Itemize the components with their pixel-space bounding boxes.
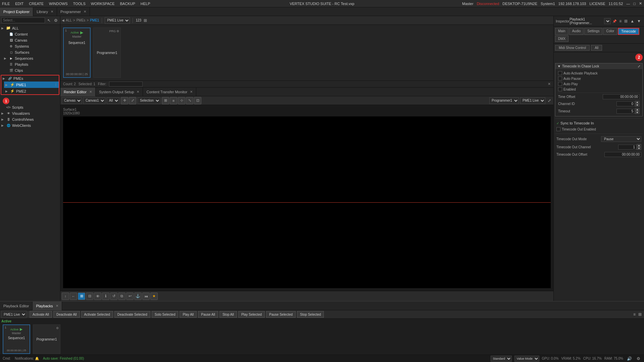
playbacks-close[interactable]: ✕ — [56, 304, 58, 308]
insp-pin-btn[interactable]: 📌 — [611, 19, 617, 23]
refresh-btn[interactable]: ↺ — [110, 293, 117, 300]
insp-title-select[interactable] — [604, 18, 611, 24]
arrow-up-btn[interactable]: ↑ — [62, 293, 69, 300]
filter-clear-btn[interactable]: ✕ — [548, 82, 551, 86]
timeout-down[interactable]: ▼ — [635, 111, 640, 114]
cb-auto-activate[interactable] — [558, 71, 562, 75]
toc-down[interactable]: ▼ — [637, 147, 641, 150]
pb-pme-select[interactable]: PME1 Live — [1, 311, 27, 318]
insp-tab-timecode[interactable]: Timecode — [618, 28, 639, 35]
btn-pause-selected[interactable]: Pause Selected — [266, 311, 296, 318]
input-channel-id[interactable] — [616, 101, 635, 106]
input-timecode-out-channel[interactable] — [618, 145, 637, 150]
pme-live-select[interactable]: PME1 Live — [105, 17, 130, 24]
menu-item-windows[interactable]: WINDOWS — [49, 2, 68, 6]
canvas-black[interactable] — [63, 116, 551, 288]
btn-pause-all[interactable]: Pause All — [198, 311, 218, 318]
tree-visualizers[interactable]: ▶ 👁 Visualizers — [0, 110, 60, 116]
tab-project-explorer[interactable]: Project Explorer — [0, 7, 33, 16]
arrow-left-btn[interactable]: ← — [70, 293, 77, 300]
tree-controlviews[interactable]: ▶ 🎛 ControlViews — [0, 116, 60, 122]
tab-playback-editor[interactable]: Playback Editor — [0, 302, 33, 310]
menu-item-workspace[interactable]: WORKSPACE — [91, 2, 115, 6]
insp-tab-color[interactable]: Color — [603, 28, 617, 35]
cb-auto-pause[interactable] — [558, 76, 562, 81]
menu-item-backup[interactable]: BACKUP — [120, 2, 135, 6]
zoom-reset-btn[interactable]: ⊡ — [194, 97, 201, 104]
menu-item-edit[interactable]: EDIT — [15, 2, 23, 6]
pme-card-programmer[interactable]: ⚙ PRG Programmer1 — [93, 28, 121, 78]
section-expand-btn[interactable]: ⤢ — [638, 64, 640, 68]
content-transfer-close[interactable]: ✕ — [190, 90, 193, 94]
maximize-btn[interactable]: □ — [633, 2, 636, 6]
tab-render-editor[interactable]: Render Editor ✕ — [60, 88, 96, 96]
btn-play-all[interactable]: Play All — [180, 311, 197, 318]
snap-btn[interactable]: ⊹ — [178, 97, 185, 104]
timeout-up[interactable]: ▲ — [635, 108, 640, 111]
star-btn[interactable]: ★ — [150, 293, 158, 300]
toc-up[interactable]: ▲ — [637, 144, 641, 147]
btn-solo-selected[interactable]: Solo Selected — [152, 311, 179, 318]
btn-deactivate-all[interactable]: Deactivate All — [53, 311, 80, 318]
tab-programmer-close[interactable]: ✕ — [84, 10, 86, 13]
selection-select[interactable]: Selection — [138, 97, 160, 104]
pb-grid-view[interactable]: ⊞ — [637, 312, 643, 317]
input-time-offset[interactable] — [603, 94, 640, 99]
tab-content-transfer[interactable]: Content Transfer Monitor ✕ — [143, 88, 196, 96]
programmer-select[interactable]: Programmer1 — [489, 97, 519, 104]
btn-activate-all[interactable]: Activate All — [30, 311, 52, 318]
cursor-btn[interactable]: ↖ — [46, 18, 52, 23]
insp-sub-tab-midi[interactable]: Midi Show Control — [555, 45, 590, 51]
grid-active-btn[interactable]: ⊞ — [78, 293, 85, 300]
pb-card-1[interactable]: 1 Active ▶ Master Sequence1 00:00:00:00 … — [3, 324, 30, 354]
insp-tab-audio[interactable]: Audio — [569, 28, 584, 35]
tab-playbacks[interactable]: Playbacks ✕ — [33, 302, 62, 310]
tab-programmer[interactable]: Programmer ✕ — [57, 7, 90, 16]
canvas1-select[interactable]: Canvas1 — [83, 97, 105, 104]
menu-item-help[interactable]: HELP — [141, 2, 150, 6]
input-timeout[interactable] — [616, 109, 635, 114]
btn-play-selected[interactable]: Play Selected — [238, 311, 265, 318]
insp-tab-dmx[interactable]: DMX — [555, 36, 568, 42]
eye-btn[interactable]: 👁 — [94, 293, 101, 300]
layers-btn[interactable]: ⧉ — [118, 293, 126, 300]
insp-tab-main[interactable]: Main — [555, 28, 568, 35]
tree-all[interactable]: ▶ 📁 ALL — [0, 25, 60, 31]
insp-list-btn[interactable]: ≡ — [618, 18, 623, 24]
tree-scripts[interactable]: </> Scripts — [0, 104, 60, 110]
pb-card-programmer[interactable]: ⚙ Programmer1 — [33, 324, 60, 354]
skip-start-btn[interactable]: ⏮ — [142, 293, 150, 300]
standard-select[interactable]: Standard — [491, 356, 512, 362]
info-btn[interactable]: ℹ — [102, 293, 109, 300]
transform-tool[interactable]: ⤢ — [129, 97, 136, 104]
tab-library[interactable]: Library ✕ — [33, 7, 57, 16]
tab-system-output[interactable]: System Output Setup ✕ — [96, 88, 143, 96]
anchor-btn[interactable]: ⚓ — [134, 293, 142, 300]
pb-list-view[interactable]: ≡ — [632, 312, 637, 317]
insp-tab-settings[interactable]: Settings — [584, 28, 602, 35]
insp-down-btn[interactable]: ▼ — [636, 18, 642, 24]
btn-stop-all[interactable]: Stop All — [219, 311, 237, 318]
select-timecode-out-mode[interactable]: Pause — [601, 136, 641, 142]
pme1-live-render-select[interactable]: PME1 Live — [520, 97, 545, 104]
grid2-btn[interactable]: ⊟ — [86, 293, 93, 300]
render-editor-close[interactable]: ✕ — [89, 90, 92, 94]
menu-item-file[interactable]: FILE — [2, 2, 10, 6]
grid-view-btn[interactable]: ⊞ — [143, 18, 148, 23]
all-select[interactable]: All — [107, 97, 119, 104]
settings-status-btn[interactable]: ⚙ — [636, 356, 641, 361]
tree-sequences[interactable]: ▶ ▶ Sequences — [3, 55, 60, 61]
minimize-btn[interactable]: — — [626, 2, 630, 6]
settings-btn[interactable]: ⚙ — [53, 18, 59, 23]
channel-id-down[interactable]: ▼ — [635, 104, 640, 107]
insp-up-btn[interactable]: ▲ — [629, 18, 635, 24]
menu-item-create[interactable]: CREATE — [29, 2, 44, 6]
tree-clips[interactable]: 🎬 Clips — [3, 67, 60, 73]
cb-auto-play[interactable] — [558, 82, 562, 86]
tab-library-close[interactable]: ✕ — [51, 10, 53, 13]
tree-canvas[interactable]: 🖼 Canvas — [3, 37, 60, 43]
insp-sub-tab-all[interactable]: All — [591, 45, 602, 51]
move-tool[interactable]: ✛ — [121, 97, 128, 104]
channel-id-up[interactable]: ▲ — [635, 101, 640, 104]
zoom-fit-btn[interactable]: ⤡ — [186, 97, 193, 104]
